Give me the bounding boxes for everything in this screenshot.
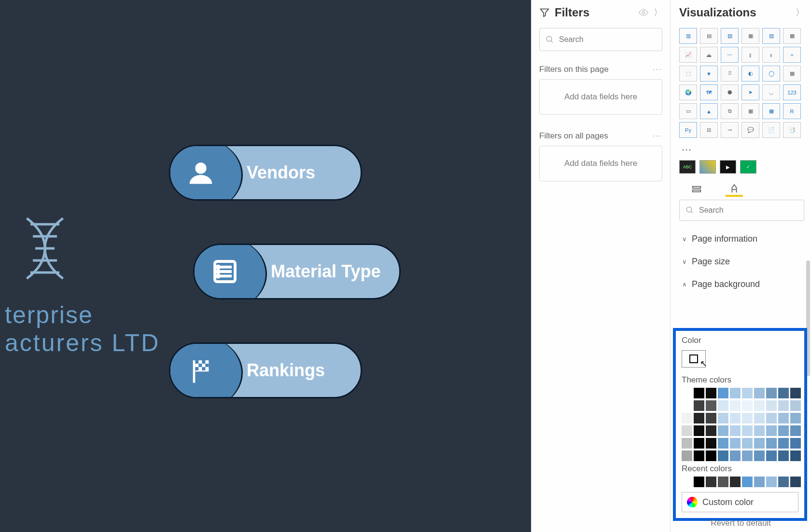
accordion-page-background[interactable]: ∧Page background <box>679 273 804 296</box>
viz-qa-icon[interactable]: 💬 <box>741 122 759 138</box>
filters-page-dropzone[interactable]: Add data fields here <box>539 79 662 115</box>
viz-line-icon[interactable]: 📈 <box>679 47 697 63</box>
accordion-page-size[interactable]: ∨Page size <box>679 250 804 273</box>
color-swatch[interactable] <box>766 413 777 423</box>
color-swatch[interactable] <box>694 388 704 398</box>
color-swatch[interactable] <box>718 450 728 461</box>
color-swatch[interactable] <box>706 388 716 398</box>
viz-shape-map-icon[interactable]: ⬣ <box>721 84 739 100</box>
color-swatch[interactable] <box>682 413 692 423</box>
custom-color-button[interactable]: Custom color <box>682 492 798 512</box>
color-swatch[interactable] <box>790 477 801 487</box>
color-swatch[interactable] <box>682 477 692 487</box>
color-swatch[interactable] <box>778 438 789 449</box>
color-swatch[interactable] <box>718 400 728 411</box>
color-swatch[interactable] <box>682 388 692 398</box>
color-swatch[interactable] <box>706 413 716 423</box>
color-swatch[interactable] <box>682 450 692 461</box>
viz-stacked-column-icon[interactable]: ▧ <box>721 28 739 44</box>
viz-card-icon[interactable]: 123 <box>783 84 801 100</box>
color-swatch[interactable] <box>682 400 692 411</box>
color-swatch[interactable] <box>766 425 777 436</box>
fields-tab[interactable] <box>688 182 705 197</box>
nav-button-vendors[interactable]: Vendors <box>169 145 362 201</box>
viz-decomp-icon[interactable]: ⊸ <box>721 122 739 138</box>
viz-paginated-icon[interactable]: 📑 <box>783 122 801 138</box>
color-swatch[interactable] <box>790 400 801 411</box>
color-swatch[interactable] <box>706 400 716 411</box>
viz-narrative-icon[interactable]: 📄 <box>762 122 780 138</box>
color-swatch[interactable] <box>682 425 692 436</box>
viz-multi-card-icon[interactable]: ▭ <box>679 103 697 119</box>
color-swatch[interactable] <box>742 425 753 436</box>
color-swatch[interactable] <box>694 425 704 436</box>
color-swatch[interactable] <box>790 450 801 461</box>
filters-search-input[interactable]: Search <box>539 28 662 51</box>
nav-button-rankings[interactable]: Rankings <box>169 342 362 398</box>
color-swatch[interactable] <box>730 388 741 398</box>
color-swatch[interactable] <box>754 388 765 398</box>
color-swatch[interactable] <box>766 400 777 411</box>
viz-clustered-bar-icon[interactable]: ▤ <box>700 28 718 44</box>
color-swatch[interactable] <box>754 450 765 461</box>
nav-button-material-type[interactable]: Material Type <box>193 244 401 300</box>
color-swatch[interactable] <box>778 477 789 487</box>
eye-icon[interactable] <box>638 7 649 18</box>
color-swatch[interactable] <box>766 450 777 461</box>
color-swatch[interactable] <box>694 477 704 487</box>
viz-kpi-icon[interactable]: ▲ <box>700 103 718 119</box>
color-swatch[interactable] <box>682 438 692 449</box>
color-swatch[interactable] <box>754 400 765 411</box>
color-swatch[interactable] <box>730 425 741 436</box>
viz-python-icon[interactable]: Py <box>679 122 697 138</box>
viz-key-influencers-icon[interactable]: ⊟ <box>700 122 718 138</box>
viz-matrix-icon[interactable]: ▦ <box>762 103 780 119</box>
color-swatch[interactable] <box>718 438 728 449</box>
report-canvas[interactable]: terprise acturers LTD Vendors Material T… <box>0 0 531 532</box>
color-swatch[interactable] <box>742 400 753 411</box>
viz-area-icon[interactable]: ⛰ <box>700 47 718 63</box>
color-swatch[interactable] <box>754 438 765 449</box>
color-swatch[interactable] <box>778 388 789 398</box>
color-swatch[interactable] <box>778 413 789 423</box>
viz-pie-icon[interactable]: ◐ <box>741 66 759 82</box>
color-swatch[interactable] <box>706 438 716 449</box>
revert-to-default[interactable]: Revert to default <box>671 518 811 528</box>
viz-ribbon-icon[interactable]: ≈ <box>783 47 801 63</box>
viz-r-icon[interactable]: R <box>783 103 801 119</box>
viz-waterfall-icon[interactable]: ⬚ <box>679 66 697 82</box>
custom-viz-2[interactable] <box>699 160 716 174</box>
accordion-page-information[interactable]: ∨Page information <box>679 228 804 250</box>
viz-scatter-icon[interactable]: ⠿ <box>721 66 739 82</box>
collapse-viz-icon[interactable]: 〉 <box>796 7 804 18</box>
viz-line-col-icon[interactable]: ⫿ <box>741 47 759 63</box>
color-swatch[interactable] <box>718 388 728 398</box>
color-swatch[interactable] <box>730 477 741 487</box>
color-swatch[interactable] <box>742 450 753 461</box>
color-swatch[interactable] <box>694 413 704 423</box>
viz-100stacked-bar-icon[interactable]: ▨ <box>762 28 780 44</box>
viz-donut-icon[interactable]: ◯ <box>762 66 780 82</box>
custom-viz-4[interactable]: ✓ <box>740 160 756 174</box>
format-search-input[interactable]: Search <box>679 200 804 221</box>
color-swatch[interactable] <box>718 425 728 436</box>
color-swatch[interactable] <box>742 477 753 487</box>
color-swatch[interactable] <box>730 413 741 423</box>
more-icon[interactable]: ··· <box>653 131 662 141</box>
filters-all-dropzone[interactable]: Add data fields here <box>539 146 662 181</box>
viz-stacked-area-icon[interactable]: 〰 <box>721 47 739 63</box>
color-swatch[interactable] <box>694 400 704 411</box>
viz-more-ellipsis[interactable]: … <box>681 141 804 153</box>
viz-treemap-icon[interactable]: ▦ <box>783 66 801 82</box>
color-swatch[interactable] <box>790 388 801 398</box>
color-swatch[interactable] <box>766 477 777 487</box>
color-swatch[interactable] <box>706 477 716 487</box>
viz-slicer-icon[interactable]: ⧉ <box>721 103 739 119</box>
viz-line-col2-icon[interactable]: ⫾ <box>762 47 780 63</box>
more-icon[interactable]: ··· <box>653 65 662 74</box>
color-swatch[interactable] <box>754 477 765 487</box>
color-swatch[interactable] <box>790 438 801 449</box>
color-swatch[interactable] <box>694 438 704 449</box>
viz-filled-map-icon[interactable]: 🗺 <box>700 84 718 100</box>
viz-100stacked-col-icon[interactable]: ▩ <box>783 28 801 44</box>
